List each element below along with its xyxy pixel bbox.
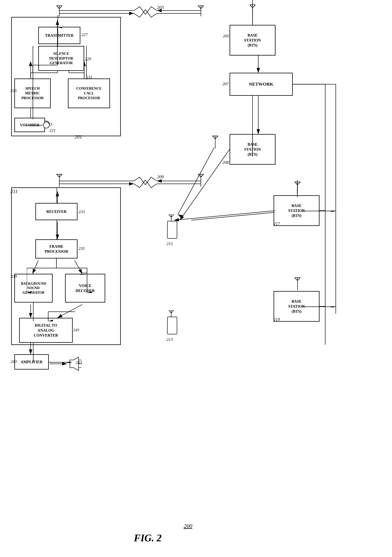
svg-line-70	[297, 278, 300, 280]
branch-217	[302, 211, 336, 212]
svg-line-93	[178, 147, 214, 214]
subsystem-201-label: 201	[75, 134, 82, 140]
subsystem-211-label: 211	[10, 188, 18, 194]
svg-rect-81	[168, 317, 177, 334]
amplifier-block: AMPLIFIER	[14, 354, 49, 369]
bts-208-antenna	[209, 134, 221, 149]
svg-line-84	[215, 136, 218, 139]
dac-block: DIGITAL TOANALOGCONVERTER	[19, 318, 73, 343]
trans-to-ant	[57, 15, 58, 27]
svg-line-65	[297, 182, 300, 185]
right-vert-line	[335, 84, 336, 314]
svg-line-83	[212, 136, 215, 139]
background-ref: 239	[10, 274, 17, 279]
frame-processor-ref: 235	[79, 246, 85, 251]
receiver-block: RECEIVER	[35, 203, 78, 220]
svg-line-39	[56, 6, 59, 9]
figure-title: FIG. 2	[134, 532, 161, 544]
bts208-to-ant	[252, 134, 253, 149]
svg-line-40	[59, 6, 62, 9]
receiver-ref: 233	[79, 209, 85, 214]
svg-line-53	[59, 174, 62, 177]
channel-209-label: 209	[157, 174, 164, 180]
bts-219-antenna	[292, 276, 303, 291]
bts217-to-mobile215	[168, 211, 283, 264]
left-bottom-antenna	[54, 172, 65, 188]
network-block: NETWORK	[230, 73, 293, 96]
voice-to-dac	[33, 302, 75, 321]
speech-metric-ref: 225	[10, 88, 17, 93]
speech-to-trans-path	[32, 27, 65, 73]
network-ref: 207	[223, 81, 229, 86]
channel-203-label: 203	[157, 5, 164, 10]
amp-to-speaker	[49, 362, 72, 363]
amplifier-ref: 243	[10, 359, 17, 364]
bts-205-to-ant	[252, 0, 253, 25]
frame-to-voice	[56, 259, 95, 293]
svg-line-44	[201, 6, 204, 9]
mobile-213	[167, 310, 182, 337]
svg-line-79	[171, 310, 174, 313]
vocoder-to-speech	[32, 79, 33, 119]
node-221-ref: 221	[49, 128, 56, 133]
dac-to-amp	[33, 342, 34, 361]
net-right-branch	[292, 84, 336, 85]
bts-205-ref: 205	[223, 33, 229, 39]
svg-line-69	[295, 278, 297, 280]
svg-line-52	[56, 174, 59, 177]
dac-ref: 241	[73, 328, 80, 332]
right-top-antenna	[195, 3, 207, 18]
mobile-213-ref: 213	[167, 337, 173, 342]
frame-processor-block: FRAMEPROCESSOR	[35, 239, 78, 259]
recv-to-ant	[56, 188, 57, 203]
transmitter-ref: 227	[81, 32, 88, 37]
node-to-vocoder	[26, 125, 45, 126]
conference-call-block: CONFERENCECALLPROCESSOR	[68, 79, 110, 108]
diagram: TRANSMITTER 227 SILENCEDESCRIPTORGENERAT…	[0, 0, 392, 557]
svg-line-43	[198, 6, 201, 9]
left-top-antenna	[54, 3, 65, 18]
svg-line-78	[169, 310, 171, 313]
speaker-ref: 243	[76, 360, 82, 365]
recv-to-frame	[56, 220, 57, 239]
conference-to-silence	[86, 46, 87, 80]
bts-217-ant-line	[297, 180, 298, 197]
figure-200-label: 200	[184, 523, 192, 529]
bts-219-ref: 219	[274, 317, 280, 322]
branch-219	[302, 306, 336, 307]
silence-ref: 229	[85, 57, 91, 61]
svg-line-94	[174, 211, 275, 220]
